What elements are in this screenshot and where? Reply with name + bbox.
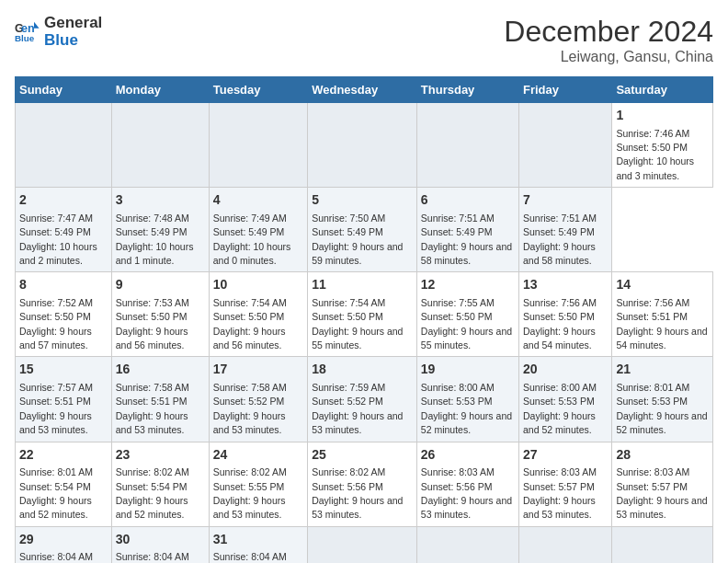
calendar-header-row: SundayMondayTuesdayWednesdayThursdayFrid… bbox=[16, 77, 713, 103]
week-row-3: 15Sunrise: 7:57 AMSunset: 5:51 PMDayligh… bbox=[16, 357, 713, 442]
day-info: Sunrise: 8:01 AMSunset: 5:53 PMDaylight:… bbox=[616, 382, 707, 435]
day-number: 21 bbox=[616, 361, 709, 379]
day-number: 9 bbox=[116, 276, 205, 294]
day-number: 1 bbox=[616, 107, 709, 125]
day-cell: 4Sunrise: 7:49 AMSunset: 5:49 PMDaylight… bbox=[209, 188, 307, 272]
day-info: Sunrise: 7:46 AMSunset: 5:50 PMDaylight:… bbox=[616, 128, 694, 181]
week-row-1: 2Sunrise: 7:47 AMSunset: 5:49 PMDaylight… bbox=[16, 188, 713, 272]
day-number: 26 bbox=[421, 446, 515, 465]
day-info: Sunrise: 8:03 AMSunset: 5:57 PMDaylight:… bbox=[523, 466, 597, 520]
day-info: Sunrise: 7:54 AMSunset: 5:50 PMDaylight:… bbox=[213, 297, 287, 350]
day-cell: 6Sunrise: 7:51 AMSunset: 5:49 PMDaylight… bbox=[416, 188, 518, 272]
day-info: Sunrise: 8:03 AMSunset: 5:56 PMDaylight:… bbox=[421, 466, 512, 520]
day-info: Sunrise: 7:56 AMSunset: 5:51 PMDaylight:… bbox=[616, 297, 707, 350]
header-monday: Monday bbox=[111, 77, 209, 103]
empty-cell bbox=[612, 526, 713, 563]
day-info: Sunrise: 7:58 AMSunset: 5:51 PMDaylight:… bbox=[116, 382, 189, 435]
day-number: 7 bbox=[523, 191, 608, 210]
empty-cell bbox=[308, 103, 417, 188]
day-cell: 17Sunrise: 7:58 AMSunset: 5:52 PMDayligh… bbox=[209, 357, 307, 442]
day-cell: 22Sunrise: 8:01 AMSunset: 5:54 PMDayligh… bbox=[16, 442, 112, 526]
day-number: 12 bbox=[421, 276, 515, 294]
page-subtitle: Leiwang, Gansu, China bbox=[504, 49, 713, 65]
day-cell: 7Sunrise: 7:51 AMSunset: 5:49 PMDaylight… bbox=[519, 188, 612, 272]
day-info: Sunrise: 7:51 AMSunset: 5:49 PMDaylight:… bbox=[421, 213, 512, 266]
empty-cell bbox=[416, 103, 518, 188]
day-number: 13 bbox=[523, 276, 608, 294]
week-row-5: 29Sunrise: 8:04 AMSunset: 5:58 PMDayligh… bbox=[16, 526, 713, 563]
day-cell: 20Sunrise: 8:00 AMSunset: 5:53 PMDayligh… bbox=[519, 357, 612, 442]
day-info: Sunrise: 8:02 AMSunset: 5:54 PMDaylight:… bbox=[116, 466, 189, 520]
day-number: 30 bbox=[116, 531, 205, 549]
svg-marker-2 bbox=[34, 21, 40, 28]
day-info: Sunrise: 7:53 AMSunset: 5:50 PMDaylight:… bbox=[116, 297, 189, 350]
day-cell: 10Sunrise: 7:54 AMSunset: 5:50 PMDayligh… bbox=[209, 272, 307, 357]
empty-cell bbox=[416, 526, 518, 563]
header-wednesday: Wednesday bbox=[308, 77, 417, 103]
day-number: 2 bbox=[19, 191, 108, 210]
header-tuesday: Tuesday bbox=[209, 77, 307, 103]
empty-cell bbox=[519, 526, 612, 563]
day-number: 19 bbox=[421, 361, 515, 379]
calendar-table: SundayMondayTuesdayWednesdayThursdayFrid… bbox=[15, 76, 713, 563]
day-info: Sunrise: 7:54 AMSunset: 5:50 PMDaylight:… bbox=[312, 297, 403, 350]
day-number: 11 bbox=[312, 276, 413, 294]
day-info: Sunrise: 7:47 AMSunset: 5:49 PMDaylight:… bbox=[19, 213, 97, 266]
day-cell: 24Sunrise: 8:02 AMSunset: 5:55 PMDayligh… bbox=[209, 442, 307, 526]
day-number: 8 bbox=[19, 276, 108, 294]
day-cell: 21Sunrise: 8:01 AMSunset: 5:53 PMDayligh… bbox=[612, 357, 713, 442]
empty-cell bbox=[16, 103, 112, 188]
day-cell: 13Sunrise: 7:56 AMSunset: 5:50 PMDayligh… bbox=[519, 272, 612, 357]
day-cell: 3Sunrise: 7:48 AMSunset: 5:49 PMDaylight… bbox=[111, 188, 209, 272]
day-number: 24 bbox=[213, 446, 303, 465]
day-cell: 11Sunrise: 7:54 AMSunset: 5:50 PMDayligh… bbox=[308, 272, 417, 357]
day-cell: 16Sunrise: 7:58 AMSunset: 5:51 PMDayligh… bbox=[111, 357, 209, 442]
day-number: 16 bbox=[116, 361, 205, 379]
day-number: 27 bbox=[523, 446, 608, 465]
day-cell: 9Sunrise: 7:53 AMSunset: 5:50 PMDaylight… bbox=[111, 272, 209, 357]
day-number: 4 bbox=[213, 191, 303, 210]
day-number: 17 bbox=[213, 361, 303, 379]
day-info: Sunrise: 7:55 AMSunset: 5:50 PMDaylight:… bbox=[421, 297, 512, 350]
empty-cell bbox=[111, 103, 209, 188]
day-cell: 18Sunrise: 7:59 AMSunset: 5:52 PMDayligh… bbox=[308, 357, 417, 442]
day-info: Sunrise: 7:57 AMSunset: 5:51 PMDaylight:… bbox=[19, 382, 93, 435]
day-cell: 2Sunrise: 7:47 AMSunset: 5:49 PMDaylight… bbox=[16, 188, 112, 272]
day-number: 29 bbox=[19, 531, 108, 549]
day-info: Sunrise: 8:01 AMSunset: 5:54 PMDaylight:… bbox=[19, 466, 93, 520]
day-number: 15 bbox=[19, 361, 108, 379]
logo-line1: General bbox=[44, 15, 102, 32]
empty-cell bbox=[308, 526, 417, 563]
day-info: Sunrise: 8:02 AMSunset: 5:55 PMDaylight:… bbox=[213, 466, 287, 520]
day-info: Sunrise: 7:56 AMSunset: 5:50 PMDaylight:… bbox=[523, 297, 597, 350]
day-info: Sunrise: 8:02 AMSunset: 5:56 PMDaylight:… bbox=[312, 466, 403, 520]
day-cell: 29Sunrise: 8:04 AMSunset: 5:58 PMDayligh… bbox=[16, 526, 112, 563]
day-info: Sunrise: 8:00 AMSunset: 5:53 PMDaylight:… bbox=[523, 382, 597, 435]
day-cell: 28Sunrise: 8:03 AMSunset: 5:57 PMDayligh… bbox=[612, 442, 713, 526]
day-number: 14 bbox=[616, 276, 709, 294]
day-cell: 27Sunrise: 8:03 AMSunset: 5:57 PMDayligh… bbox=[519, 442, 612, 526]
svg-text:Blue: Blue bbox=[15, 32, 35, 42]
day-info: Sunrise: 7:50 AMSunset: 5:49 PMDaylight:… bbox=[312, 213, 403, 266]
day-cell: 14Sunrise: 7:56 AMSunset: 5:51 PMDayligh… bbox=[612, 272, 713, 357]
header-friday: Friday bbox=[519, 77, 612, 103]
day-cell: 8Sunrise: 7:52 AMSunset: 5:50 PMDaylight… bbox=[16, 272, 112, 357]
day-info: Sunrise: 7:59 AMSunset: 5:52 PMDaylight:… bbox=[312, 382, 403, 435]
day-cell: 25Sunrise: 8:02 AMSunset: 5:56 PMDayligh… bbox=[308, 442, 417, 526]
day-number: 18 bbox=[312, 361, 413, 379]
day-info: Sunrise: 7:51 AMSunset: 5:49 PMDaylight:… bbox=[523, 213, 597, 266]
day-number: 22 bbox=[19, 446, 108, 465]
day-info: Sunrise: 8:04 AMSunset: 5:58 PMDaylight:… bbox=[19, 551, 93, 563]
header-saturday: Saturday bbox=[612, 77, 713, 103]
day-cell: 19Sunrise: 8:00 AMSunset: 5:53 PMDayligh… bbox=[416, 357, 518, 442]
day-info: Sunrise: 7:52 AMSunset: 5:50 PMDaylight:… bbox=[19, 297, 93, 350]
empty-cell bbox=[209, 103, 307, 188]
header-thursday: Thursday bbox=[416, 77, 518, 103]
day-info: Sunrise: 8:04 AMSunset: 6:00 PMDaylight:… bbox=[213, 551, 287, 563]
week-row-0: 1Sunrise: 7:46 AMSunset: 5:50 PMDaylight… bbox=[16, 103, 713, 188]
day-cell: 15Sunrise: 7:57 AMSunset: 5:51 PMDayligh… bbox=[16, 357, 112, 442]
day-number: 6 bbox=[421, 191, 515, 210]
page-header: G en Blue General Blue December 2024 Lei… bbox=[15, 15, 713, 65]
week-row-2: 8Sunrise: 7:52 AMSunset: 5:50 PMDaylight… bbox=[16, 272, 713, 357]
day-info: Sunrise: 7:58 AMSunset: 5:52 PMDaylight:… bbox=[213, 382, 287, 435]
